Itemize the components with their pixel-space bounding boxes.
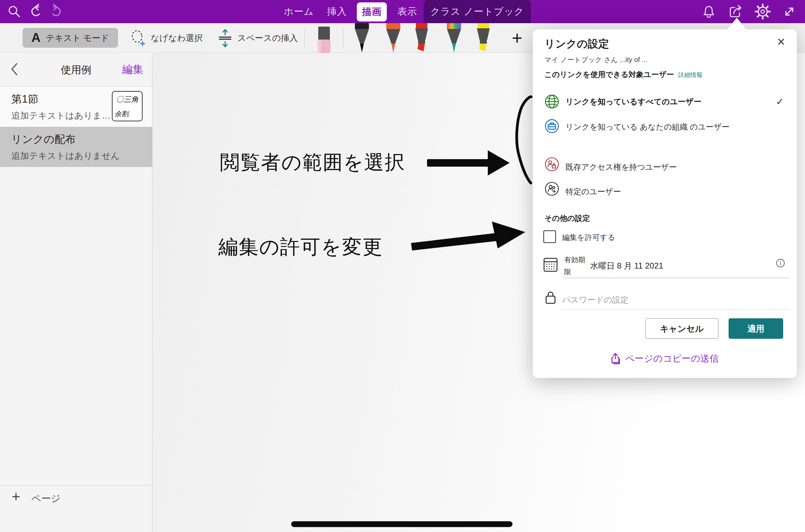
- page-thumbnail: 〇三角 余割.: [112, 91, 143, 121]
- lasso-label: なげなわ選択: [151, 32, 203, 44]
- people-add-icon: [544, 181, 559, 196]
- page-subtitle: 追加テキストはありません: [11, 150, 120, 162]
- lasso-select-button[interactable]: なげなわ選択: [130, 23, 203, 53]
- add-page-button[interactable]: + ページ: [0, 485, 152, 509]
- black-pen-icon: [353, 23, 371, 54]
- text-mode-label: テキスト モード: [46, 32, 109, 44]
- dialog-caret: [727, 18, 746, 29]
- page-title: 第1節: [11, 92, 38, 106]
- option-label: リンクを知っているすべてのユーザー: [566, 94, 702, 109]
- tab-insert[interactable]: 挿入: [322, 0, 352, 23]
- send-page-copy-link[interactable]: ページのコピーの送信: [533, 352, 797, 365]
- expiry-date-field[interactable]: 水曜日 8 月 11 2021: [590, 260, 663, 271]
- info-icon[interactable]: [776, 258, 785, 268]
- send-copy-label: ページのコピーの送信: [625, 352, 719, 365]
- pen-divider: [343, 27, 343, 48]
- orange-pen-icon: [384, 23, 402, 54]
- audience-label: このリンクを使用できる対象ユーザー: [544, 70, 674, 79]
- text-mode-button[interactable]: A テキスト モード: [23, 28, 118, 48]
- details-link[interactable]: 詳細情報: [678, 72, 703, 78]
- tab-draw[interactable]: 描画: [357, 2, 387, 21]
- plus-icon: +: [12, 488, 20, 505]
- page-subtitle: 追加テキストはありま…: [11, 110, 111, 122]
- tab-home-label: ホーム: [284, 5, 314, 18]
- calendar-icon: [543, 256, 558, 271]
- lasso-icon: [130, 29, 147, 47]
- tab-insert-label: 挿入: [327, 5, 347, 18]
- tab-view-label: 表示: [397, 5, 417, 18]
- cancel-button[interactable]: キャンセル: [645, 318, 718, 339]
- other-settings-heading: その他の設定: [544, 213, 590, 224]
- add-page-label: ページ: [31, 492, 60, 505]
- annotation-viewer-scope: 閲覧者の範囲を選択: [220, 149, 405, 176]
- red-highlighter-icon: [412, 23, 431, 54]
- search-icon[interactable]: [6, 0, 23, 23]
- insert-space-icon: [217, 29, 233, 48]
- onenote-app: ホーム 挿入 描画 表示 クラス ノートブック: [0, 0, 805, 532]
- bell-icon[interactable]: [700, 0, 718, 23]
- add-pen-button[interactable]: +: [507, 27, 527, 48]
- notebook-path: マイ ノートブック さん ...ity of ...: [544, 55, 647, 64]
- yellow-highlighter-tool[interactable]: [474, 23, 493, 55]
- cancel-label: キャンセル: [660, 323, 704, 334]
- rainbow-pen-tool[interactable]: [445, 23, 463, 55]
- add-pen-label: +: [512, 27, 523, 48]
- toolbar-divider: [305, 28, 305, 48]
- page-list-sidebar: 使用例 編集 第1節 追加テキストはありま… 〇三角 余割. リンクの配布 追加…: [0, 53, 152, 532]
- apply-label: 適用: [747, 323, 764, 334]
- expiry-label: 有効期限: [564, 254, 590, 278]
- top-app-bar: ホーム 挿入 描画 表示 クラス ノートブック: [0, 0, 805, 23]
- redo-icon[interactable]: [48, 0, 66, 23]
- thumbnail-handwriting-line2: 余割.: [115, 109, 130, 119]
- tab-draw-label: 描画: [362, 5, 382, 18]
- globe-icon: [544, 94, 559, 109]
- close-icon[interactable]: ×: [774, 34, 789, 49]
- tab-class-notebook-label: クラス ノートブック: [430, 5, 524, 18]
- check-icon: ✓: [776, 96, 784, 107]
- rainbow-pen-icon: [445, 23, 463, 54]
- black-pen-tool[interactable]: [353, 23, 371, 55]
- tab-class-notebook[interactable]: クラス ノートブック: [424, 0, 531, 23]
- option-label: 特定のユーザー: [566, 184, 621, 199]
- tab-home[interactable]: ホーム: [283, 0, 314, 23]
- option-label: リンクを知っている あなたの組織 のユーザー: [566, 120, 757, 134]
- password-underline: [561, 309, 790, 310]
- orange-pen-tool[interactable]: [384, 23, 402, 55]
- text-mode-icon: A: [31, 31, 41, 45]
- dialog-title: リンクの設定: [544, 37, 609, 51]
- option-label: 既存アクセス権を持つユーザー: [566, 160, 677, 174]
- page-item-section1[interactable]: 第1節 追加テキストはありま… 〇三角 余割.: [0, 87, 152, 127]
- lock-icon: [544, 290, 557, 305]
- edit-button[interactable]: 編集: [122, 62, 143, 77]
- expand-icon[interactable]: [780, 0, 798, 23]
- allow-editing-checkbox[interactable]: [543, 230, 556, 243]
- insert-space-label: スペースの挿入: [237, 32, 298, 44]
- send-copy-icon: [611, 353, 621, 364]
- undo-icon[interactable]: [26, 0, 44, 23]
- page-item-link-distribution[interactable]: リンクの配布 追加テキストはありません: [0, 127, 152, 167]
- briefcase-icon: [544, 119, 559, 134]
- link-settings-dialog: リンクの設定 × マイ ノートブック さん ...ity of ... このリン…: [533, 29, 797, 378]
- tab-view[interactable]: 表示: [392, 0, 422, 23]
- yellow-highlighter-icon: [474, 23, 493, 54]
- thumbnail-handwriting-line1: 〇三角: [116, 94, 138, 105]
- apply-button[interactable]: 適用: [729, 318, 783, 339]
- sidebar-header: 使用例 編集: [0, 53, 152, 86]
- eraser-icon: [316, 27, 332, 54]
- page-title: リンクの配布: [11, 132, 76, 147]
- eraser-tool[interactable]: [316, 27, 332, 55]
- insert-space-button[interactable]: スペースの挿入: [217, 23, 298, 53]
- expiry-underline: [564, 278, 789, 278]
- gear-icon[interactable]: [753, 0, 772, 23]
- password-field[interactable]: パスワードの設定: [562, 294, 629, 305]
- audience-heading: このリンクを使用できる対象ユーザー詳細情報: [544, 70, 703, 80]
- people-lock-icon: [544, 157, 559, 172]
- red-highlighter-tool[interactable]: [412, 23, 431, 55]
- allow-editing-label: 編集を許可する: [562, 232, 615, 243]
- annotation-edit-permission: 編集の許可を変更: [218, 234, 383, 260]
